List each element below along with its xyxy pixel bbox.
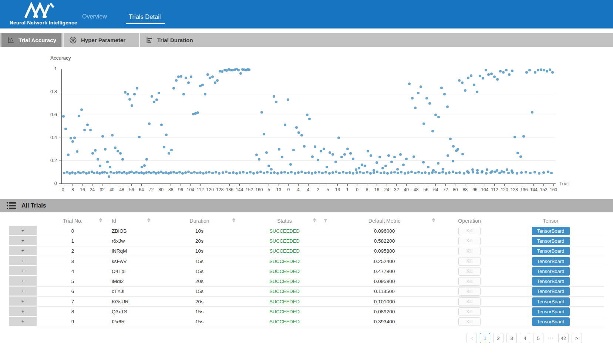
row-expander-button[interactable]: + [9,266,37,276]
tensorboard-button[interactable]: TensorBoard [532,297,570,306]
subtab-trial-duration[interactable]: Trial Duration [139,33,201,47]
subtab-trial-accuracy[interactable]: Trial Accuracy [1,33,61,47]
kill-button[interactable]: Kill [458,247,481,255]
scatter-point [420,85,422,88]
row-expander-button[interactable]: + [9,226,37,236]
subtab-hyper-parameter[interactable]: Hyper Parameter [63,33,138,47]
scatter-point [304,172,307,174]
scatter-point [78,115,80,117]
cell-default-metric: 0.393400 [327,317,442,327]
kill-button[interactable]: Kill [458,317,481,326]
page-button-2[interactable]: 2 [493,333,503,343]
row-expander-button[interactable]: + [9,307,37,316]
tensorboard-button[interactable]: TensorBoard [532,237,570,245]
scatter-point [202,172,205,175]
sort-carets-icon[interactable] [313,218,316,222]
row-expander-button[interactable]: + [9,236,37,246]
kill-button[interactable]: Kill [458,227,481,235]
cell-tensor: TensorBoard [497,226,604,236]
kill-button[interactable]: Kill [458,257,481,266]
cell-trial-no: 2 [37,246,109,256]
row-expander-button[interactable]: + [9,317,37,327]
tensorboard-button[interactable]: TensorBoard [532,227,570,235]
row-expander-button[interactable]: + [9,297,37,306]
scatter-point [425,97,428,100]
scatter-point [533,171,536,173]
cell-tensor: TensorBoard [497,287,604,296]
sort-carets-icon[interactable] [147,218,150,222]
row-expander-button[interactable]: + [9,246,37,256]
row-expander-button[interactable]: + [9,287,37,296]
cell-status: SUCCEEDED [242,317,327,327]
scatter-point [528,69,531,71]
kill-button[interactable]: Kill [458,267,481,276]
scatter-point [529,172,532,174]
scatter-point [417,92,420,94]
tab-overview[interactable]: Overview [82,13,107,20]
scatter-point [414,107,417,109]
cell-trial-no: 3 [37,256,109,266]
scatter-point [295,126,298,129]
row-expander-button[interactable]: + [9,256,37,266]
kill-button[interactable]: Kill [458,307,481,316]
cell-operation: Kill [442,266,497,276]
scatter-point [292,149,295,151]
kill-button[interactable]: Kill [458,277,481,286]
table-row: +7KGsUR20sSUCCEEDED0.101000KillTensorBoa… [9,297,604,307]
scatter-point [163,146,165,148]
page-ellipsis[interactable]: ••• [546,336,555,340]
scatter-point [125,172,128,175]
scatter-point [476,91,478,93]
tensorboard-button[interactable]: TensorBoard [532,307,570,316]
scatter-point [422,161,425,164]
scatter-point [470,74,472,77]
scatter-point [356,171,358,174]
sort-carets-icon[interactable] [99,218,102,222]
cell-operation: Kill [442,287,497,296]
page-button-3[interactable]: 3 [506,333,517,343]
row-expander-button[interactable]: + [9,276,37,286]
kill-button[interactable]: Kill [458,237,481,245]
kill-button[interactable]: Kill [458,287,481,296]
next-page-button chevron-right-icon[interactable]: > [572,333,582,343]
tab-trials-detail[interactable]: Trials Detail [129,13,161,20]
tensorboard-button[interactable]: TensorBoard [532,287,570,296]
x-tick-mark [406,184,407,186]
prev-page-button chevron-left-icon[interactable]: < [467,333,477,343]
scatter-point [143,164,146,167]
page-button-1[interactable]: 1 [480,333,490,343]
page-button-4[interactable]: 4 [520,333,530,343]
scatter-point [74,172,77,175]
cell-id: r6xJw [109,236,157,246]
x-tick-mark [298,184,299,186]
scatter-point [266,171,269,173]
x-tick-mark [347,184,348,186]
cell-default-metric: 0.096000 [327,226,442,236]
scatter-point [467,171,470,174]
x-tick-mark [504,184,505,186]
page-button-42[interactable]: 42 [558,333,569,343]
scatter-point [519,155,522,158]
scatter-point [434,114,437,116]
kill-button[interactable]: Kill [458,297,481,306]
tensorboard-button[interactable]: TensorBoard [532,267,570,276]
scatter-point [138,172,140,174]
sort-carets-icon[interactable] [232,218,235,222]
scatter-point [390,161,393,163]
table-row: +1r6xJw20sSUCCEEDED0.582200KillTensorBoa… [9,236,604,246]
tensorboard-button[interactable]: TensorBoard [532,317,570,326]
rings-icon [70,37,77,44]
scatter-point [366,171,368,173]
tensorboard-button[interactable]: TensorBoard [532,247,570,255]
tensorboard-button[interactable]: TensorBoard [532,257,570,266]
tensorboard-button[interactable]: TensorBoard [532,277,570,286]
page-button-5[interactable]: 5 [533,333,543,343]
caret-up-icon [432,218,435,220]
scatter-point [476,172,479,174]
scatter-point [506,168,508,171]
scatter-point [331,171,334,174]
scatter-point [328,172,331,175]
cell-status: SUCCEEDED [242,276,327,286]
scatter-point [446,105,449,108]
sort-carets-icon[interactable] [432,218,435,222]
